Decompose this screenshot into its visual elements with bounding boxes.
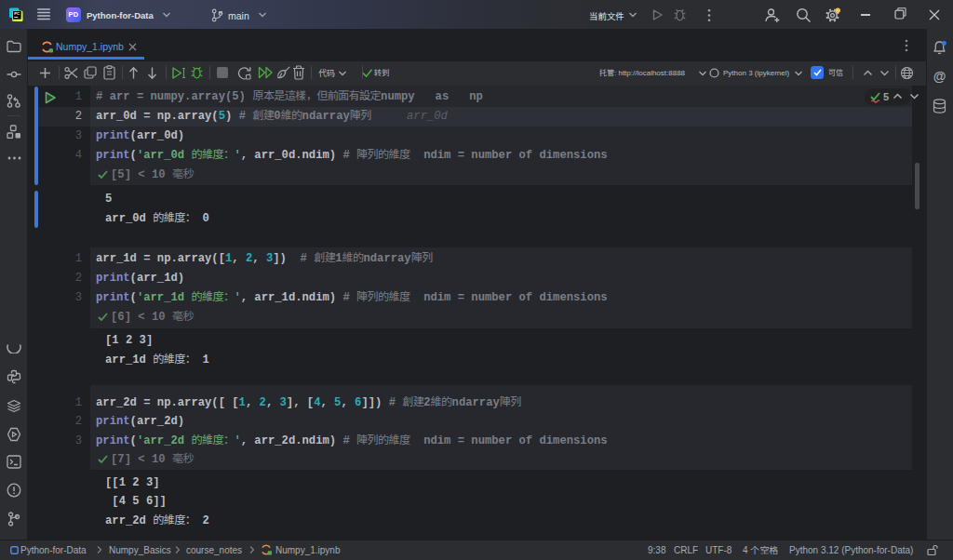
svg-text:PC: PC (14, 11, 20, 16)
